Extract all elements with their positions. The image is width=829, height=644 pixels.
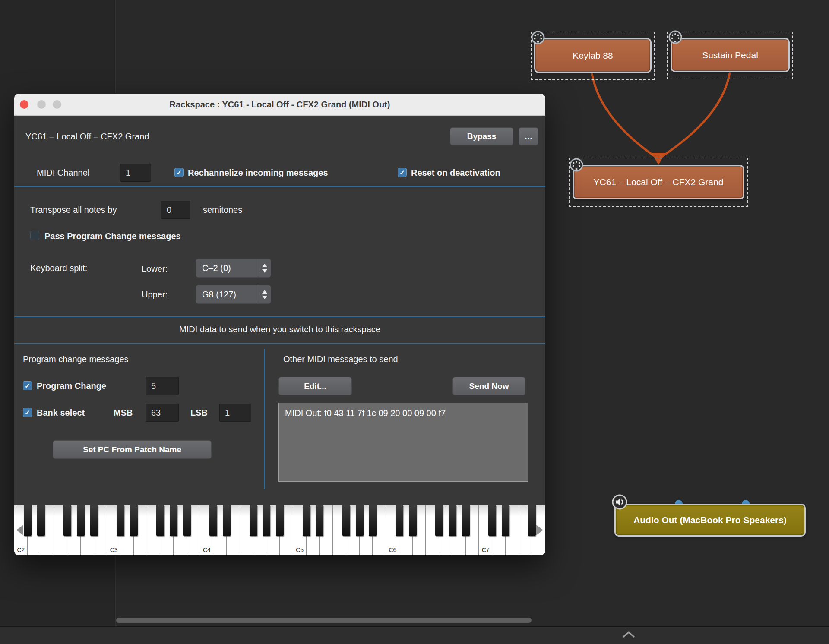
bypass-button[interactable]: Bypass [450, 127, 513, 145]
send-now-button[interactable]: Send Now [452, 377, 525, 395]
piano-black-key[interactable] [250, 505, 257, 536]
wire-keylab-to-yc61[interactable] [592, 74, 656, 157]
send-section-header: MIDI data to send when you switch to thi… [14, 325, 545, 335]
horizontal-scrollbar[interactable] [116, 618, 532, 623]
semitones-label: semitones [203, 204, 242, 215]
node-audio-out[interactable]: Audio Out (MacBook Pro Speakers) [614, 504, 806, 537]
other-group-title: Other MIDI messages to send [283, 354, 398, 365]
rackspace-midi-out-window: Rackspace : YC61 - Local Off - CFX2 Gran… [14, 94, 545, 555]
reset-on-deactivation-checkbox[interactable]: ✓ [398, 168, 407, 177]
midi-din-icon[interactable] [569, 158, 584, 174]
piano-black-key[interactable] [183, 505, 191, 536]
piano-black-key[interactable] [502, 505, 509, 536]
speaker-icon[interactable] [611, 494, 628, 512]
transpose-input[interactable]: 0 [161, 201, 190, 219]
piano-black-key[interactable] [396, 505, 403, 536]
piano-black-key[interactable] [37, 505, 45, 536]
octave-label: C4 [200, 546, 214, 553]
node-keylab-label: Keylab 88 [573, 51, 613, 61]
piano-black-key[interactable] [156, 505, 164, 536]
piano-black-key[interactable] [276, 505, 284, 536]
piano-black-key[interactable] [263, 505, 270, 536]
octave-label: C3 [107, 546, 120, 553]
set-pc-from-patch-button[interactable]: Set PC From Patch Name [53, 440, 212, 459]
piano-keyboard[interactable]: C2C3C4C5C6C7 [14, 505, 545, 555]
transpose-label: Transpose all notes by [30, 204, 117, 215]
reset-on-deactivation-label: Reset on deactivation [411, 167, 500, 178]
piano-black-key[interactable] [435, 505, 443, 536]
split-lower-select[interactable]: C–2 (0) [196, 259, 271, 278]
node-selection-sustain[interactable]: Sustain Pedal [667, 32, 793, 79]
bank-select-label: Bank select [37, 407, 85, 418]
piano-black-key[interactable] [316, 505, 323, 536]
plugin-name: YC61 – Local Off – CFX2 Grand [25, 131, 149, 142]
piano-black-key[interactable] [342, 505, 350, 536]
piano-black-key[interactable] [356, 505, 364, 536]
pass-program-change-checkbox[interactable]: ✓ [30, 231, 39, 240]
piano-black-key[interactable] [63, 505, 71, 536]
piano-black-key[interactable] [223, 505, 231, 536]
piano-black-key[interactable] [462, 505, 470, 536]
msb-label: MSB [114, 407, 133, 418]
column-divider [264, 349, 265, 489]
rechannelize-label: Rechannelize incoming messages [188, 167, 328, 178]
octave-label: C5 [293, 546, 307, 553]
lsb-input[interactable]: 1 [219, 404, 251, 422]
split-upper-select[interactable]: G8 (127) [196, 285, 271, 304]
app-root: Keylab 88 Sustain Pedal YC61 – Local Off… [0, 0, 829, 644]
piano-black-key[interactable] [170, 505, 177, 536]
split-upper-value: G8 (127) [196, 290, 258, 300]
bank-select-checkbox[interactable]: ✓ [23, 408, 32, 417]
midi-din-icon[interactable] [668, 30, 683, 46]
keyboard-split-label: Keyboard split: [30, 262, 87, 274]
pass-program-change-label: Pass Program Change messages [44, 230, 181, 242]
piano-black-key[interactable] [488, 505, 496, 536]
node-sustain[interactable]: Sustain Pedal [671, 38, 790, 72]
rechannelize-checkbox[interactable]: ✓ [174, 168, 184, 177]
node-audio-out-label: Audio Out (MacBook Pro Speakers) [633, 515, 787, 525]
midi-channel-input[interactable]: 1 [120, 164, 151, 182]
program-change-input[interactable]: 5 [146, 377, 179, 395]
keyboard-scroll-left-icon[interactable] [16, 525, 23, 535]
edit-button[interactable]: Edit... [278, 377, 352, 395]
node-selection-yc61[interactable]: YC61 – Local Off – CFX2 Grand [569, 158, 748, 207]
piano-black-key[interactable] [369, 505, 377, 536]
piano-black-key[interactable] [449, 505, 456, 536]
wire-sustain-to-yc61[interactable] [661, 73, 730, 157]
stepper-icon[interactable] [258, 285, 271, 303]
titlebar[interactable]: Rackspace : YC61 - Local Off - CFX2 Gran… [14, 94, 545, 116]
expand-panel-chevron-icon[interactable] [622, 631, 635, 638]
piano-black-key[interactable] [130, 505, 138, 536]
midi-out-message-box[interactable]: MIDI Out: f0 43 11 7f 1c 09 20 00 09 00 … [278, 403, 528, 482]
zoom-button[interactable] [53, 100, 61, 109]
msb-input[interactable]: 63 [146, 404, 179, 422]
window-title: Rackspace : YC61 - Local Off - CFX2 Gran… [14, 94, 545, 116]
node-yc61[interactable]: YC61 – Local Off – CFX2 Grand [573, 165, 744, 199]
octave-label: C2 [14, 546, 28, 553]
piano-black-key[interactable] [24, 505, 32, 536]
check-icon: ✓ [176, 169, 182, 177]
piano-black-key[interactable] [117, 505, 124, 536]
keyboard-scroll-right-icon[interactable] [536, 525, 543, 535]
piano-black-key[interactable] [90, 505, 98, 536]
close-button[interactable] [20, 100, 28, 109]
piano-black-key[interactable] [303, 505, 310, 536]
more-options-button[interactable]: … [519, 127, 538, 145]
piano-black-key[interactable] [77, 505, 85, 536]
split-lower-value: C–2 (0) [196, 263, 258, 273]
piano-black-key[interactable] [209, 505, 217, 536]
midi-din-icon[interactable] [531, 30, 545, 47]
program-group-title: Program change messages [23, 354, 129, 365]
node-yc61-label: YC61 – Local Off – CFX2 Grand [594, 177, 724, 187]
stepper-icon[interactable] [258, 259, 271, 277]
minimize-button[interactable] [37, 100, 46, 109]
program-change-checkbox[interactable]: ✓ [23, 381, 32, 390]
node-keylab[interactable]: Keylab 88 [534, 38, 652, 73]
check-icon: ✓ [25, 382, 30, 390]
section-divider [14, 343, 545, 344]
piano-black-key[interactable] [409, 505, 417, 536]
section-divider [14, 316, 545, 317]
piano-black-key[interactable] [528, 505, 536, 536]
program-change-label: Program Change [37, 380, 106, 391]
node-selection-keylab[interactable]: Keylab 88 [531, 32, 655, 80]
